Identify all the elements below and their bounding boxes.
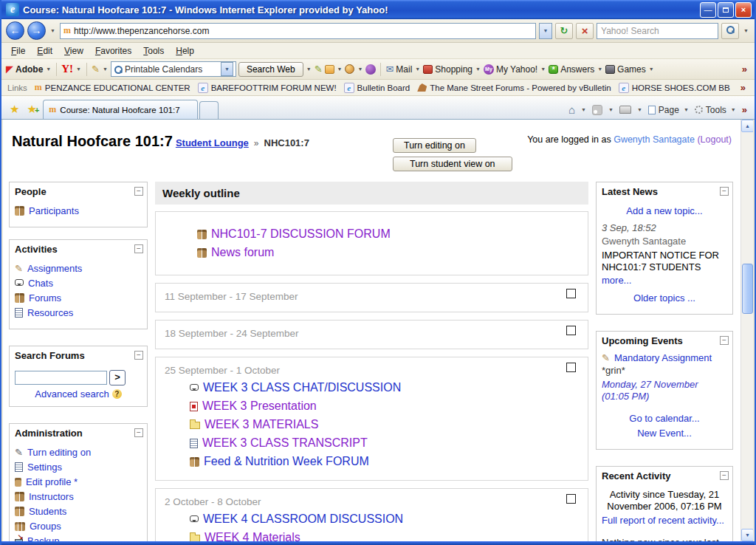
turn-student-view-on-button[interactable]: Turn student view on: [393, 157, 512, 171]
admin-settings-link[interactable]: Settings: [27, 462, 62, 473]
yahoo-button[interactable]: Y!: [61, 63, 73, 75]
week4-materials-link[interactable]: WEEK 4 Materials: [205, 531, 300, 541]
chats-link[interactable]: Chats: [28, 278, 53, 289]
search-go-button[interactable]: [721, 23, 739, 39]
advanced-search-link[interactable]: Advanced search: [35, 388, 109, 400]
scroll-up-button[interactable]: ▲: [741, 120, 753, 132]
games-button[interactable]: Games: [617, 64, 646, 75]
menu-tools[interactable]: Tools: [138, 44, 169, 58]
mail-button[interactable]: Mail: [396, 64, 412, 75]
minimize-button[interactable]: —: [700, 2, 716, 18]
answers-button[interactable]: Answers: [560, 64, 594, 75]
admin-instructors-link[interactable]: Instructors: [29, 491, 74, 502]
music-icon[interactable]: [365, 64, 376, 75]
toolbar-search-dropdown[interactable]: ▼: [221, 62, 233, 76]
admin-collapse-button[interactable]: −: [134, 428, 143, 437]
full-report-link[interactable]: Full report of recent activity...: [602, 515, 724, 526]
week3-materials-link[interactable]: WEEK 3 MATERIALS: [205, 418, 318, 431]
forum-search-go-button[interactable]: >: [109, 370, 126, 385]
week-checkbox[interactable]: [566, 289, 576, 298]
games-dropdown[interactable]: ▼: [648, 66, 655, 72]
forum-search-input[interactable]: [15, 371, 107, 385]
highlighter-icon[interactable]: ✎: [315, 64, 323, 75]
admin-backup-link[interactable]: Backup: [27, 535, 59, 541]
people-collapse-button[interactable]: −: [134, 187, 143, 196]
back-button[interactable]: ←: [6, 21, 24, 40]
menu-view[interactable]: View: [59, 44, 89, 58]
search-web-dropdown[interactable]: ▼: [306, 66, 312, 72]
history-dropdown[interactable]: ▼: [49, 28, 57, 33]
tools-menu-button[interactable]: Tools ▼: [695, 105, 738, 115]
notepad-icon[interactable]: [325, 65, 334, 74]
week4-discussion-link[interactable]: WEEK 4 CLASSROOM DISCUSSION: [203, 513, 403, 526]
notepad-dropdown[interactable]: ▼: [337, 66, 343, 72]
news-collapse-button[interactable]: −: [720, 187, 729, 196]
search-options-dropdown[interactable]: ▼: [742, 28, 750, 33]
adobe-button[interactable]: Adobe: [16, 64, 43, 75]
restore-button[interactable]: [718, 2, 734, 18]
feed-nutrition-forum-link[interactable]: Feed & Nutrition Week FORUM: [204, 455, 369, 468]
adobe-dropdown[interactable]: ▼: [45, 66, 52, 72]
admin-students-link[interactable]: Students: [29, 506, 66, 517]
pencil-icon[interactable]: ✎: [92, 64, 100, 75]
my-yahoo-dropdown[interactable]: ▼: [540, 66, 546, 72]
feed-dropdown[interactable]: ▼: [607, 107, 615, 112]
pencil-dropdown[interactable]: ▼: [102, 66, 109, 72]
assignments-link[interactable]: Assignments: [27, 263, 82, 274]
links-item-barefoottrim[interactable]: e BAREFOOTTRIM FORUM NEW!: [198, 83, 337, 93]
resources-link[interactable]: Resources: [27, 307, 73, 318]
my-yahoo-button[interactable]: My Yahoo!: [496, 64, 537, 75]
print-dropdown[interactable]: ▼: [636, 107, 644, 112]
toolbar-search-value[interactable]: Printable Calendars: [125, 64, 219, 75]
logged-in-user-link[interactable]: Gwenyth Santagate: [614, 134, 695, 145]
command-overflow-chevron[interactable]: »: [742, 104, 750, 115]
week-checkbox[interactable]: [566, 363, 576, 372]
home-dropdown[interactable]: ▼: [580, 107, 588, 112]
participants-link[interactable]: Participants: [29, 205, 79, 216]
menu-favorites[interactable]: Favorites: [90, 44, 137, 58]
address-dropdown[interactable]: ▼: [539, 23, 552, 39]
yahoo-dropdown[interactable]: ▼: [75, 66, 82, 72]
rss-feed-button[interactable]: [592, 105, 602, 115]
older-topics-link[interactable]: Older topics ...: [633, 292, 695, 304]
news-more-link[interactable]: more...: [602, 275, 631, 286]
shopping-button[interactable]: Shopping: [435, 64, 472, 75]
week3-presentation-link[interactable]: WEEK 3 Presentation: [202, 400, 317, 413]
page-menu-button[interactable]: Page ▼: [648, 105, 690, 115]
events-collapse-button[interactable]: −: [720, 336, 729, 345]
stop-button[interactable]: ×: [576, 23, 594, 39]
vertical-scrollbar[interactable]: ▲ ▼: [740, 120, 753, 541]
activities-collapse-button[interactable]: −: [134, 244, 143, 253]
menu-edit[interactable]: Edit: [32, 44, 58, 58]
search-web-button[interactable]: Search Web: [238, 62, 303, 77]
shopping-dropdown[interactable]: ▼: [475, 66, 481, 72]
mandatory-assignment-link[interactable]: Mandatory Assignment: [614, 352, 712, 363]
help-icon[interactable]: ?: [112, 389, 122, 399]
print-button[interactable]: [619, 106, 631, 114]
toolbar-overflow-chevron[interactable]: »: [742, 64, 750, 75]
links-item-horse-shoes[interactable]: e HORSE SHOES.COM BB: [619, 83, 730, 93]
url-input[interactable]: [74, 26, 532, 36]
answers-dropdown[interactable]: ▼: [597, 66, 603, 72]
refresh-button[interactable]: ↻: [555, 23, 573, 39]
globe-icon[interactable]: [345, 64, 354, 74]
menu-file[interactable]: File: [6, 44, 30, 58]
search-collapse-button[interactable]: −: [134, 351, 143, 360]
news-forum-link[interactable]: News forum: [211, 246, 274, 259]
scroll-down-button[interactable]: ▼: [741, 529, 753, 541]
week-checkbox[interactable]: [566, 326, 576, 335]
new-event-link[interactable]: New Event...: [637, 428, 692, 439]
links-item-penzance[interactable]: m PENZANCE EDUCATIONAL CENTER: [35, 82, 190, 93]
discussion-forum-link[interactable]: NHC101-7 DISCUSSION FORUM: [211, 227, 391, 241]
go-to-calendar-link[interactable]: Go to calendar...: [629, 413, 699, 424]
breadcrumb-student-lounge[interactable]: Student Lounge: [176, 137, 249, 148]
links-item-mane-street[interactable]: The Mane Street Forums - Powered by vBul…: [417, 83, 611, 92]
links-item-bulletin-board[interactable]: e Bulletin Board: [344, 83, 410, 93]
mail-dropdown[interactable]: ▼: [414, 66, 421, 72]
close-button[interactable]: ×: [735, 2, 752, 18]
add-new-topic-link[interactable]: Add a new topic...: [626, 205, 702, 216]
globe-dropdown[interactable]: ▼: [357, 66, 363, 72]
links-overflow-chevron[interactable]: »: [740, 82, 749, 93]
week-checkbox[interactable]: [566, 494, 576, 504]
admin-turn-editing-link[interactable]: Turn editing on: [27, 447, 91, 458]
